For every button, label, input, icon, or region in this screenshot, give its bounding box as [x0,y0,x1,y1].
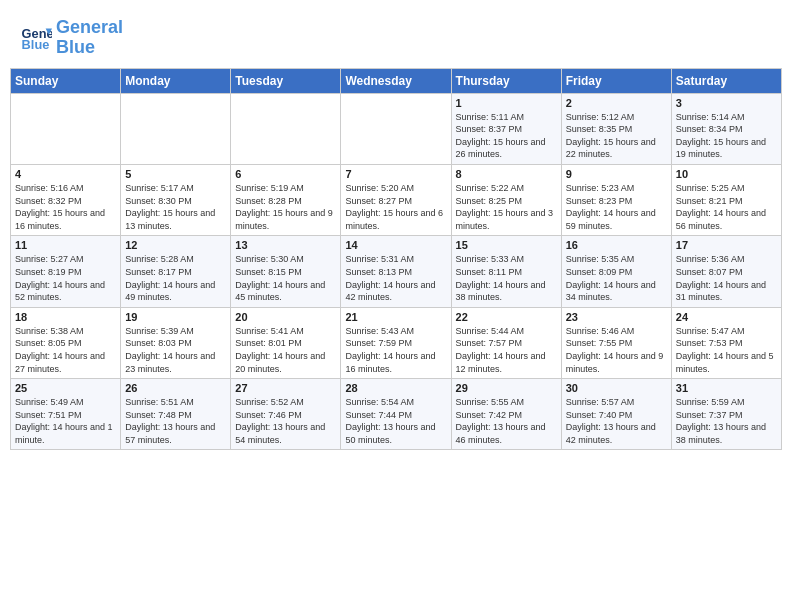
calendar-cell [11,93,121,164]
day-number: 10 [676,168,777,180]
calendar-cell: 14Sunrise: 5:31 AMSunset: 8:13 PMDayligh… [341,236,451,307]
calendar-cell: 13Sunrise: 5:30 AMSunset: 8:15 PMDayligh… [231,236,341,307]
day-number: 15 [456,239,557,251]
day-info: Sunrise: 5:36 AMSunset: 8:07 PMDaylight:… [676,253,777,303]
weekday-header-thursday: Thursday [451,68,561,93]
day-number: 18 [15,311,116,323]
day-number: 13 [235,239,336,251]
day-info: Sunrise: 5:28 AMSunset: 8:17 PMDaylight:… [125,253,226,303]
day-number: 3 [676,97,777,109]
calendar-cell: 27Sunrise: 5:52 AMSunset: 7:46 PMDayligh… [231,379,341,450]
calendar-cell: 21Sunrise: 5:43 AMSunset: 7:59 PMDayligh… [341,307,451,378]
day-info: Sunrise: 5:14 AMSunset: 8:34 PMDaylight:… [676,111,777,161]
day-number: 21 [345,311,446,323]
svg-text:Blue: Blue [22,37,50,52]
day-number: 12 [125,239,226,251]
day-info: Sunrise: 5:57 AMSunset: 7:40 PMDaylight:… [566,396,667,446]
day-number: 8 [456,168,557,180]
day-info: Sunrise: 5:12 AMSunset: 8:35 PMDaylight:… [566,111,667,161]
day-info: Sunrise: 5:43 AMSunset: 7:59 PMDaylight:… [345,325,446,375]
calendar-cell: 16Sunrise: 5:35 AMSunset: 8:09 PMDayligh… [561,236,671,307]
day-info: Sunrise: 5:59 AMSunset: 7:37 PMDaylight:… [676,396,777,446]
day-number: 9 [566,168,667,180]
calendar-cell: 2Sunrise: 5:12 AMSunset: 8:35 PMDaylight… [561,93,671,164]
calendar-cell: 3Sunrise: 5:14 AMSunset: 8:34 PMDaylight… [671,93,781,164]
weekday-header-sunday: Sunday [11,68,121,93]
day-info: Sunrise: 5:41 AMSunset: 8:01 PMDaylight:… [235,325,336,375]
day-info: Sunrise: 5:52 AMSunset: 7:46 PMDaylight:… [235,396,336,446]
day-info: Sunrise: 5:16 AMSunset: 8:32 PMDaylight:… [15,182,116,232]
weekday-header-tuesday: Tuesday [231,68,341,93]
calendar-cell: 26Sunrise: 5:51 AMSunset: 7:48 PMDayligh… [121,379,231,450]
day-number: 5 [125,168,226,180]
calendar-cell: 1Sunrise: 5:11 AMSunset: 8:37 PMDaylight… [451,93,561,164]
day-number: 16 [566,239,667,251]
calendar-cell [231,93,341,164]
day-number: 24 [676,311,777,323]
day-number: 11 [15,239,116,251]
day-info: Sunrise: 5:31 AMSunset: 8:13 PMDaylight:… [345,253,446,303]
day-number: 4 [15,168,116,180]
calendar-cell: 18Sunrise: 5:38 AMSunset: 8:05 PMDayligh… [11,307,121,378]
day-info: Sunrise: 5:20 AMSunset: 8:27 PMDaylight:… [345,182,446,232]
calendar-cell: 25Sunrise: 5:49 AMSunset: 7:51 PMDayligh… [11,379,121,450]
day-info: Sunrise: 5:11 AMSunset: 8:37 PMDaylight:… [456,111,557,161]
page-header: General Blue General Blue [10,10,782,62]
calendar-cell: 10Sunrise: 5:25 AMSunset: 8:21 PMDayligh… [671,164,781,235]
day-info: Sunrise: 5:25 AMSunset: 8:21 PMDaylight:… [676,182,777,232]
calendar-cell: 4Sunrise: 5:16 AMSunset: 8:32 PMDaylight… [11,164,121,235]
day-info: Sunrise: 5:55 AMSunset: 7:42 PMDaylight:… [456,396,557,446]
day-number: 20 [235,311,336,323]
day-number: 7 [345,168,446,180]
day-info: Sunrise: 5:35 AMSunset: 8:09 PMDaylight:… [566,253,667,303]
day-number: 2 [566,97,667,109]
day-info: Sunrise: 5:23 AMSunset: 8:23 PMDaylight:… [566,182,667,232]
day-number: 27 [235,382,336,394]
day-number: 17 [676,239,777,251]
calendar-cell: 12Sunrise: 5:28 AMSunset: 8:17 PMDayligh… [121,236,231,307]
day-number: 29 [456,382,557,394]
day-info: Sunrise: 5:30 AMSunset: 8:15 PMDaylight:… [235,253,336,303]
day-number: 23 [566,311,667,323]
day-number: 22 [456,311,557,323]
day-info: Sunrise: 5:33 AMSunset: 8:11 PMDaylight:… [456,253,557,303]
day-number: 25 [15,382,116,394]
day-info: Sunrise: 5:22 AMSunset: 8:25 PMDaylight:… [456,182,557,232]
logo: General Blue General Blue [20,18,123,58]
calendar-cell: 7Sunrise: 5:20 AMSunset: 8:27 PMDaylight… [341,164,451,235]
calendar-cell: 28Sunrise: 5:54 AMSunset: 7:44 PMDayligh… [341,379,451,450]
day-number: 14 [345,239,446,251]
calendar-cell: 31Sunrise: 5:59 AMSunset: 7:37 PMDayligh… [671,379,781,450]
day-number: 1 [456,97,557,109]
day-number: 31 [676,382,777,394]
calendar-cell: 29Sunrise: 5:55 AMSunset: 7:42 PMDayligh… [451,379,561,450]
calendar-cell: 11Sunrise: 5:27 AMSunset: 8:19 PMDayligh… [11,236,121,307]
calendar-cell: 20Sunrise: 5:41 AMSunset: 8:01 PMDayligh… [231,307,341,378]
calendar-cell [121,93,231,164]
calendar-table: SundayMondayTuesdayWednesdayThursdayFrid… [10,68,782,451]
calendar-cell: 8Sunrise: 5:22 AMSunset: 8:25 PMDaylight… [451,164,561,235]
day-info: Sunrise: 5:17 AMSunset: 8:30 PMDaylight:… [125,182,226,232]
day-number: 6 [235,168,336,180]
calendar-cell: 24Sunrise: 5:47 AMSunset: 7:53 PMDayligh… [671,307,781,378]
day-number: 28 [345,382,446,394]
day-info: Sunrise: 5:38 AMSunset: 8:05 PMDaylight:… [15,325,116,375]
logo-blue: Blue [56,37,95,57]
weekday-header-monday: Monday [121,68,231,93]
day-number: 30 [566,382,667,394]
weekday-header-wednesday: Wednesday [341,68,451,93]
day-info: Sunrise: 5:54 AMSunset: 7:44 PMDaylight:… [345,396,446,446]
calendar-cell: 19Sunrise: 5:39 AMSunset: 8:03 PMDayligh… [121,307,231,378]
calendar-cell: 15Sunrise: 5:33 AMSunset: 8:11 PMDayligh… [451,236,561,307]
calendar-cell: 5Sunrise: 5:17 AMSunset: 8:30 PMDaylight… [121,164,231,235]
day-number: 19 [125,311,226,323]
day-info: Sunrise: 5:51 AMSunset: 7:48 PMDaylight:… [125,396,226,446]
calendar-cell: 30Sunrise: 5:57 AMSunset: 7:40 PMDayligh… [561,379,671,450]
day-info: Sunrise: 5:27 AMSunset: 8:19 PMDaylight:… [15,253,116,303]
logo-general: General [56,17,123,37]
day-info: Sunrise: 5:19 AMSunset: 8:28 PMDaylight:… [235,182,336,232]
day-info: Sunrise: 5:44 AMSunset: 7:57 PMDaylight:… [456,325,557,375]
calendar-cell: 9Sunrise: 5:23 AMSunset: 8:23 PMDaylight… [561,164,671,235]
day-info: Sunrise: 5:46 AMSunset: 7:55 PMDaylight:… [566,325,667,375]
calendar-cell: 23Sunrise: 5:46 AMSunset: 7:55 PMDayligh… [561,307,671,378]
